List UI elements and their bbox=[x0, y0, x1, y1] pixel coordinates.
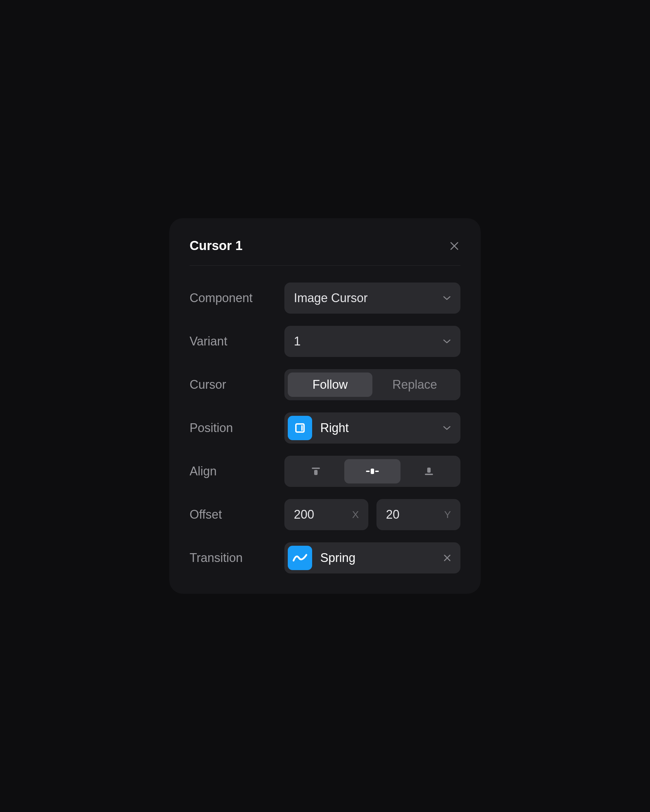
align-bottom-segment[interactable] bbox=[401, 459, 457, 484]
variant-row: Variant 1 bbox=[190, 326, 460, 357]
offset-x-suffix: X bbox=[352, 509, 359, 520]
offset-y-suffix: Y bbox=[444, 509, 451, 520]
svg-rect-9 bbox=[427, 467, 431, 473]
position-right-icon bbox=[293, 421, 307, 435]
align-middle-icon bbox=[365, 465, 380, 478]
panel-header: Cursor 1 bbox=[190, 238, 460, 266]
panel-title: Cursor 1 bbox=[190, 238, 242, 253]
variant-value: 1 bbox=[294, 334, 443, 348]
chevron-down-icon bbox=[443, 426, 451, 430]
offset-x-value: 200 bbox=[294, 508, 352, 522]
component-row: Component Image Cursor bbox=[190, 282, 460, 314]
transition-row: Transition Spring bbox=[190, 542, 460, 574]
component-select[interactable]: Image Cursor bbox=[284, 282, 460, 314]
offset-y-value: 20 bbox=[386, 508, 444, 522]
position-label: Position bbox=[190, 421, 284, 435]
cursor-replace-segment[interactable]: Replace bbox=[372, 372, 457, 397]
cursor-panel: Cursor 1 Component Image Cursor Variant … bbox=[169, 218, 481, 594]
close-icon bbox=[444, 554, 451, 562]
close-button[interactable] bbox=[448, 240, 460, 252]
transition-label: Transition bbox=[190, 551, 284, 565]
offset-x-input[interactable]: 200 X bbox=[284, 499, 369, 530]
position-row: Position Right bbox=[190, 412, 460, 444]
cursor-label: Cursor bbox=[190, 378, 284, 392]
align-middle-segment[interactable] bbox=[344, 459, 401, 484]
component-label: Component bbox=[190, 291, 284, 305]
svg-rect-3 bbox=[301, 425, 303, 431]
align-bottom-icon bbox=[423, 465, 435, 478]
align-segmented bbox=[284, 456, 460, 487]
align-label: Align bbox=[190, 464, 284, 478]
transition-value: Spring bbox=[320, 551, 444, 565]
component-value: Image Cursor bbox=[294, 291, 443, 305]
svg-rect-7 bbox=[375, 471, 379, 472]
close-icon bbox=[450, 241, 459, 250]
svg-rect-5 bbox=[314, 470, 318, 475]
svg-rect-4 bbox=[312, 467, 320, 469]
transition-select[interactable]: Spring bbox=[284, 542, 460, 574]
variant-select[interactable]: 1 bbox=[284, 326, 460, 357]
cursor-segmented: Follow Replace bbox=[284, 369, 460, 400]
position-value: Right bbox=[320, 421, 443, 435]
cursor-row: Cursor Follow Replace bbox=[190, 369, 460, 400]
svg-rect-8 bbox=[371, 469, 374, 474]
offset-group: 200 X 20 Y bbox=[284, 499, 460, 530]
align-top-segment[interactable] bbox=[288, 459, 344, 484]
svg-rect-10 bbox=[425, 474, 433, 475]
align-top-icon bbox=[310, 465, 322, 478]
variant-label: Variant bbox=[190, 334, 284, 348]
chevron-down-icon bbox=[443, 339, 451, 344]
align-row: Align bbox=[190, 456, 460, 487]
cursor-follow-segment[interactable]: Follow bbox=[288, 372, 372, 397]
offset-label: Offset bbox=[190, 508, 284, 522]
position-icon-box bbox=[288, 416, 312, 440]
offset-y-input[interactable]: 20 Y bbox=[376, 499, 460, 530]
transition-remove-button[interactable] bbox=[444, 553, 451, 563]
svg-rect-2 bbox=[296, 424, 304, 432]
offset-row: Offset 200 X 20 Y bbox=[190, 499, 460, 530]
svg-rect-6 bbox=[366, 471, 370, 472]
spring-icon bbox=[292, 553, 307, 563]
transition-icon-box bbox=[288, 546, 312, 570]
chevron-down-icon bbox=[443, 296, 451, 301]
position-select[interactable]: Right bbox=[284, 412, 460, 444]
